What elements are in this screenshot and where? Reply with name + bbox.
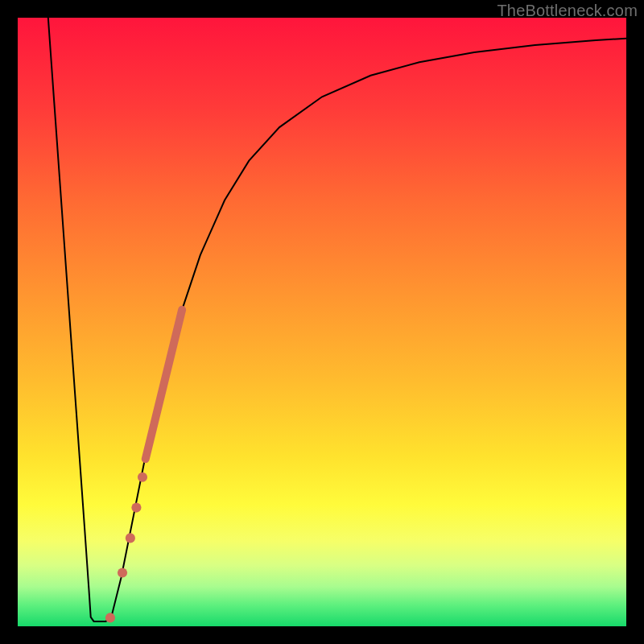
gradient-bg [18,18,626,626]
marker-dot [138,473,147,482]
marker-dot [105,613,115,622]
bottleneck-chart [18,18,626,626]
chart-frame: TheBottleneck.com [0,0,644,644]
attribution-text: TheBottleneck.com [497,2,638,20]
marker-dot [126,533,135,543]
marker-dot [131,503,141,513]
marker-dot [118,568,127,577]
